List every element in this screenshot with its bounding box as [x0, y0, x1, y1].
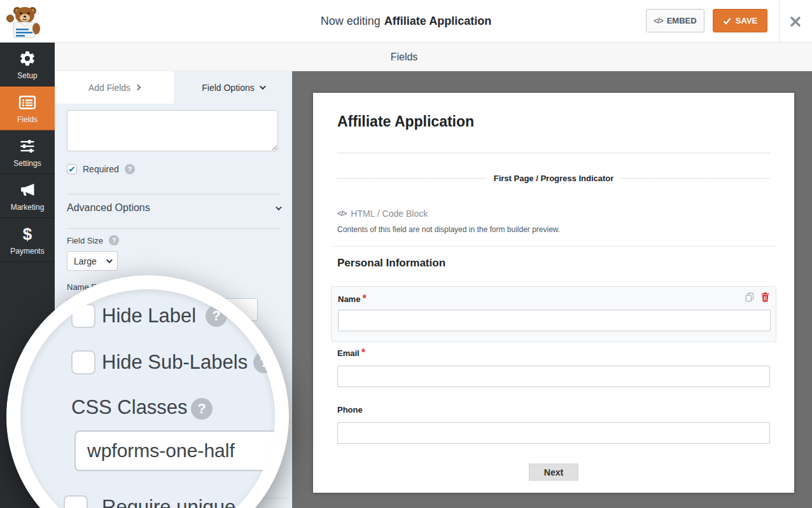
form-preview-card: Affiliate Application First Page / Progr…: [313, 93, 794, 493]
hide-sub-labels-text: Hide Sub-Labels: [102, 351, 248, 374]
css-classes-value: wpforms-one-half: [87, 440, 235, 462]
name-input[interactable]: [338, 310, 771, 331]
field-size-label: Field Size: [67, 236, 103, 245]
tab-add-fields-label: Add Fields: [88, 83, 130, 93]
require-unique-checkbox[interactable]: [64, 495, 88, 508]
required-asterisk: *: [362, 293, 366, 304]
sidebar-item-label: Setup: [17, 71, 37, 80]
field-email-label: Email: [337, 348, 360, 358]
help-icon[interactable]: ?: [253, 352, 275, 373]
chevron-down-icon: [260, 83, 266, 90]
field-phone[interactable]: Phone: [337, 404, 363, 415]
advanced-options-label: Advanced Options: [67, 202, 150, 214]
help-icon[interactable]: ?: [206, 305, 227, 327]
email-input[interactable]: [337, 366, 770, 387]
sidebar-item-label: Marketing: [11, 203, 45, 212]
sidebar-item-label: Payments: [10, 247, 44, 256]
field-email[interactable]: Email*: [337, 347, 365, 359]
magnifier-content: Hide Label ? Hide Sub-Labels ? CSS Class…: [20, 289, 275, 508]
panel-divider: [67, 194, 280, 195]
wpforms-logo: [6, 3, 44, 39]
form-name: Affiliate Application: [384, 15, 491, 28]
field-size-select[interactable]: Large: [67, 251, 118, 271]
save-button-label: SAVE: [736, 16, 757, 25]
now-editing-prefix: Now editing: [321, 15, 381, 28]
next-button[interactable]: Next: [529, 463, 578, 481]
top-header: Now editing Affiliate Application </> EM…: [0, 0, 812, 43]
embed-button-label: EMBED: [667, 16, 697, 25]
html-block-field[interactable]: </> HTML / Code Block: [337, 209, 428, 219]
help-icon[interactable]: ?: [191, 398, 213, 420]
pagebreak-label: First Page / Progress Indicator: [494, 174, 614, 183]
html-block-note: Contents of this field are not displayed…: [337, 225, 560, 234]
duplicate-icon[interactable]: [745, 292, 755, 302]
require-unique-text: Require unique: [102, 496, 235, 508]
sidebar-item-settings[interactable]: Settings: [0, 130, 55, 174]
form-fields-icon: [18, 93, 37, 112]
required-checkbox[interactable]: ✔: [67, 164, 77, 174]
help-icon[interactable]: ?: [125, 164, 135, 174]
html-block-title: HTML / Code Block: [351, 209, 428, 219]
header-divider: [779, 0, 780, 43]
field-name[interactable]: Name*: [331, 286, 776, 342]
chevron-down-icon: [106, 257, 113, 263]
hide-label-text: Hide Label: [102, 305, 196, 327]
close-icon: [789, 15, 802, 28]
hide-label-checkbox[interactable]: [71, 304, 95, 328]
field-label-textarea[interactable]: [67, 110, 278, 151]
tab-field-options-label: Field Options: [202, 83, 254, 93]
phone-input[interactable]: [337, 422, 770, 444]
field-name-label: Name: [338, 294, 360, 304]
form-preview-area: Affiliate Application First Page / Progr…: [292, 71, 812, 508]
sidebar-item-setup[interactable]: Setup: [0, 43, 55, 86]
pagebreak-dots: [621, 178, 770, 179]
dollar-icon: $: [18, 224, 37, 244]
fields-toolbar-title: Fields: [391, 43, 418, 71]
css-classes-input[interactable]: wpforms-one-half: [74, 430, 275, 471]
sidebar-item-fields[interactable]: Fields: [0, 86, 55, 130]
section-heading: Personal Information: [337, 257, 445, 270]
sidebar-item-payments[interactable]: $ Payments: [0, 218, 55, 262]
now-editing-title: Now editing Affiliate Application: [321, 0, 491, 43]
code-icon: </>: [337, 209, 346, 218]
help-icon[interactable]: ?: [109, 235, 119, 245]
required-asterisk: *: [361, 347, 365, 358]
pagebreak-field[interactable]: First Page / Progress Indicator: [337, 174, 770, 183]
panel-divider: [67, 228, 280, 229]
check-icon: [723, 17, 731, 25]
fields-toolbar: Fields: [55, 43, 812, 71]
sidebar-item-label: Settings: [13, 159, 41, 168]
checkmark-icon: ✔: [68, 165, 76, 174]
sliders-icon: [18, 137, 37, 156]
title-divider: [337, 153, 770, 153]
section-divider: [331, 246, 776, 247]
sidebar-item-marketing[interactable]: Marketing: [0, 174, 55, 218]
pagebreak-dots: [337, 178, 486, 179]
tab-field-options[interactable]: Field Options: [174, 71, 292, 104]
chevron-right-icon: [135, 85, 141, 91]
hide-sub-labels-checkbox[interactable]: [71, 350, 95, 374]
delete-icon[interactable]: [760, 292, 771, 302]
field-size-value: Large: [74, 256, 97, 266]
sidebar-item-label: Fields: [17, 115, 38, 124]
preview-form-title: Affiliate Application: [337, 113, 474, 130]
chevron-down-icon: [276, 204, 282, 210]
tab-add-fields[interactable]: Add Fields: [55, 71, 174, 104]
close-button[interactable]: [787, 13, 804, 31]
required-label: Required: [83, 164, 119, 174]
gear-icon: [18, 49, 37, 68]
megaphone-icon: [18, 181, 37, 200]
css-classes-label: CSS Classes: [71, 396, 188, 419]
embed-button[interactable]: </> EMBED: [646, 9, 704, 32]
code-icon: </>: [654, 17, 662, 25]
save-button[interactable]: SAVE: [713, 9, 767, 32]
field-phone-label: Phone: [337, 405, 363, 415]
advanced-options-header[interactable]: Advanced Options: [67, 202, 280, 214]
